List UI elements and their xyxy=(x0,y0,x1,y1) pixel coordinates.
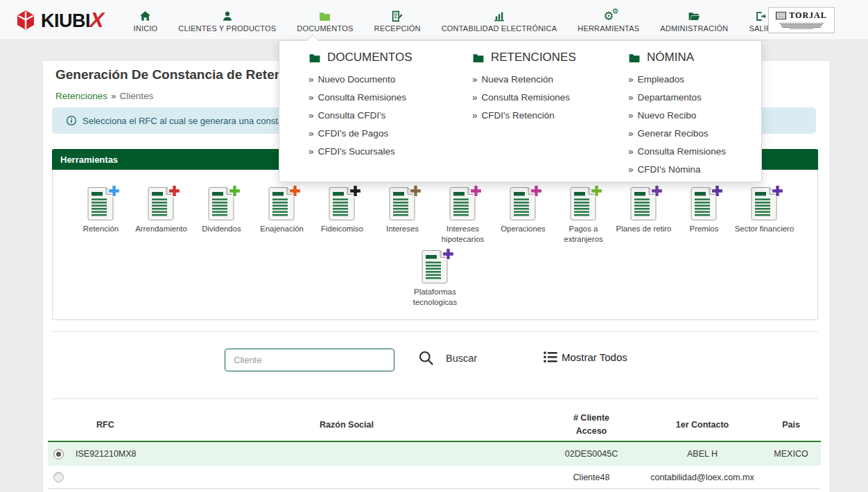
table-row[interactable]: ISE921210MX8 02DES0045C ABEL H MEXICO xyxy=(48,442,821,466)
tool-label: Enajenación xyxy=(260,224,304,234)
nav-label: HERRAMIENTAS xyxy=(578,24,639,33)
divider xyxy=(52,398,818,399)
nav-label: CLIENTES Y PRODUCTOS xyxy=(178,24,276,33)
breadcrumb: Retenciones»Clientes xyxy=(55,91,153,101)
plus-icon xyxy=(650,184,663,197)
menu-item-cfdis-retencion[interactable]: »CFDI's Retención xyxy=(472,107,576,125)
alert-text: Selecciona el RFC al cual se generara un… xyxy=(83,116,300,126)
tool-enajenacion[interactable]: Enajenación xyxy=(252,186,312,245)
menu-item-nueva-retencion[interactable]: »Nueva Retención xyxy=(472,71,576,89)
breadcrumb-separator: » xyxy=(111,91,116,101)
menu-item-empleados[interactable]: »Empleados xyxy=(628,71,726,89)
buscar-button[interactable]: Buscar xyxy=(418,350,477,366)
tool-intereses[interactable]: Intereses xyxy=(372,186,433,245)
menu-item-cfdis-sucursales[interactable]: »CFDI's Sucursales xyxy=(309,143,412,161)
menu-item-consulta-remisiones-ret[interactable]: »Consulta Remisiones xyxy=(472,89,576,107)
person-icon xyxy=(221,7,234,22)
tool-label: Intereses xyxy=(386,224,419,234)
nav-items: INICIO CLIENTES Y PRODUCTOS DOCUMENTOS R… xyxy=(123,0,783,40)
tool-sector-financiero[interactable]: Sector financiero xyxy=(734,186,795,245)
nav-item-clientes-y-productos[interactable]: CLIENTES Y PRODUCTOS xyxy=(168,0,286,40)
tool-pagos-a-extranjeros[interactable]: Pagos a extranjeros xyxy=(553,186,614,245)
tool-intereses-hipotecarios[interactable]: Intereses hipotecarios xyxy=(433,186,493,245)
nav-label: RECEPCIÓN xyxy=(374,24,421,33)
plus-icon xyxy=(107,184,121,197)
cell-pais: MEXICO xyxy=(761,449,821,459)
tool-label: Operaciones xyxy=(501,224,546,234)
documentos-dropdown-menu: DOCUMENTOS »Nuevo Documento »Consulta Re… xyxy=(279,40,762,182)
nav-item-contabilidad-electronica[interactable]: CONTABILIDAD ELECTRÓNICA xyxy=(431,0,568,40)
menu-item-cfdis-de-pagos[interactable]: »CFDI's de Pagos xyxy=(309,125,412,143)
tool-operaciones[interactable]: Operaciones xyxy=(493,186,553,245)
buscar-label: Buscar xyxy=(446,353,477,364)
top-navbar: KIUBIX INICIO CLIENTES Y PRODUCTOS DOCUM… xyxy=(0,0,868,40)
info-icon xyxy=(66,115,77,126)
menu-item-nuevo-documento[interactable]: »Nuevo Documento xyxy=(309,71,412,89)
cell-1er-contacto: ABEL H xyxy=(643,449,761,459)
tool-planes-de-retiro[interactable]: Planes de retiro xyxy=(614,186,674,245)
tool-label: Pagos a extranjeros xyxy=(553,224,614,245)
menu-item-consulta-cfdis[interactable]: »Consulta CFDI's xyxy=(309,107,412,125)
tool-plataformas-tecnologicas[interactable]: Plataformas tecnologicas xyxy=(405,249,465,308)
folder-icon xyxy=(309,52,321,64)
nav-item-administracion[interactable]: ADMINISTRACIÓN xyxy=(650,0,738,40)
gears-icon: ⚙⚙ xyxy=(603,7,614,22)
tool-retencion[interactable]: Retención xyxy=(71,186,131,245)
bar-chart-icon xyxy=(493,7,505,22)
tool-dividendos[interactable]: Dividendos xyxy=(191,186,252,245)
menu-item-consulta-remisiones[interactable]: »Consulta Remisiones xyxy=(309,89,412,107)
tool-label: Planes de retiro xyxy=(616,224,672,234)
torjal-name: TORJAL xyxy=(789,10,826,21)
menu-item-consulta-remisiones-nom[interactable]: »Consulta Remisiones xyxy=(628,143,726,161)
torjal-mark-icon xyxy=(776,12,786,19)
open-folder-icon xyxy=(687,7,701,22)
dropdown-header-retenciones[interactable]: RETENCIONES xyxy=(472,51,576,64)
torjal-address-lines xyxy=(779,22,824,30)
nav-item-herramientas[interactable]: ⚙⚙ HERRAMIENTAS xyxy=(567,0,650,40)
rfc-radio[interactable] xyxy=(53,449,64,459)
breadcrumb-retenciones[interactable]: Retenciones xyxy=(55,91,107,101)
table-row[interactable]: Cliente48 contabilidad@loex.com.mx xyxy=(48,466,821,489)
tool-arrendamiento[interactable]: Arrendamiento xyxy=(131,186,191,245)
tool-label: Fideicomiso xyxy=(321,224,363,234)
nav-label: DOCUMENTOS xyxy=(297,24,353,33)
cliente-search-input[interactable] xyxy=(225,349,394,371)
menu-item-generar-recibos[interactable]: »Generar Recibos xyxy=(628,125,726,143)
nav-label: CONTABILIDAD ELECTRÓNICA xyxy=(442,24,557,33)
tool-label: Retención xyxy=(83,224,119,234)
rfc-radio[interactable] xyxy=(53,472,64,482)
header-pais: Pais xyxy=(761,420,821,430)
menu-item-cfdis-nomina[interactable]: »CFDI's Nómina xyxy=(628,161,726,179)
tool-premios[interactable]: Premios xyxy=(674,186,734,245)
divider xyxy=(52,331,818,332)
tool-fideicomiso[interactable]: Fideicomiso xyxy=(312,186,372,245)
table-header-row: RFC Razón Social # Cliente Acceso 1er Co… xyxy=(48,409,821,442)
menu-item-nuevo-recibo[interactable]: »Nuevo Recibo xyxy=(628,107,726,125)
cell-cliente-acceso: Cliente48 xyxy=(539,473,643,482)
menu-item-departamentos[interactable]: »Departamentos xyxy=(628,89,726,107)
nav-label: ADMINISTRACIÓN xyxy=(660,24,728,33)
folder-icon xyxy=(628,52,641,64)
dropdown-column-retenciones: RETENCIONES »Nueva Retención »Consulta R… xyxy=(472,51,576,125)
plus-icon xyxy=(442,247,455,261)
nav-item-inicio[interactable]: INICIO xyxy=(123,0,168,40)
nav-item-recepcion[interactable]: RECEPCIÓN xyxy=(364,0,431,40)
dropdown-header-documentos[interactable]: DOCUMENTOS xyxy=(309,51,412,64)
plus-icon xyxy=(590,184,603,197)
dropdown-column-nomina: NÓMINA »Empleados »Departamentos »Nuevo … xyxy=(628,51,726,179)
header-cliente-acceso: # Cliente Acceso xyxy=(539,412,643,438)
tool-label: Dividendos xyxy=(202,224,241,234)
search-icon xyxy=(418,350,434,366)
header-razon-social: Razón Social xyxy=(263,420,430,430)
tool-label: Intereses hipotecarios xyxy=(433,224,493,245)
kiubix-logo[interactable]: KIUBIX xyxy=(15,8,104,32)
dropdown-header-nomina[interactable]: NÓMINA xyxy=(628,51,726,64)
tools-row-2: Plataformas tecnologicas xyxy=(53,249,817,308)
tools-row-1: Retención Arrendamiento Dividendos Enaje… xyxy=(53,186,817,245)
mostrar-todos-button[interactable]: Mostrar Todos xyxy=(543,349,627,364)
folder-icon xyxy=(472,52,485,64)
plus-icon xyxy=(288,184,302,197)
nav-label: INICIO xyxy=(134,24,158,33)
nav-item-documentos[interactable]: DOCUMENTOS xyxy=(286,0,363,40)
kiubix-cube-icon xyxy=(15,9,36,31)
